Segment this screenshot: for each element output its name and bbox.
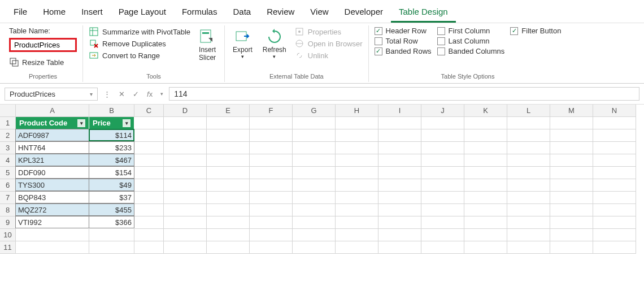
cell[interactable] — [293, 167, 336, 179]
cell[interactable] — [593, 117, 636, 129]
cell[interactable] — [336, 117, 378, 129]
enter-icon[interactable]: ✓ — [130, 90, 141, 98]
cell[interactable] — [134, 192, 164, 204]
cell[interactable] — [164, 117, 207, 129]
banded-columns-checkbox[interactable]: Banded Columns — [437, 47, 505, 55]
cell[interactable] — [507, 117, 550, 129]
cell[interactable] — [336, 129, 378, 142]
refresh-button[interactable]: Refresh ▾ — [260, 27, 289, 60]
cell[interactable] — [336, 142, 378, 154]
cell[interactable] — [164, 229, 207, 241]
table-cell[interactable]: $455 — [89, 203, 134, 216]
cell[interactable] — [134, 154, 164, 167]
cell[interactable] — [250, 216, 293, 229]
cell[interactable] — [207, 216, 250, 229]
row-header[interactable]: 1 — [0, 117, 16, 129]
tab-home[interactable]: Home — [35, 3, 73, 23]
cell[interactable] — [378, 216, 421, 229]
row-header[interactable]: 10 — [0, 229, 16, 241]
cell[interactable] — [421, 179, 464, 192]
cell[interactable] — [550, 192, 593, 204]
row-header[interactable]: 7 — [0, 192, 16, 204]
row-header[interactable]: 11 — [0, 241, 16, 254]
tab-insert[interactable]: Insert — [73, 3, 111, 23]
cell[interactable] — [464, 129, 507, 142]
column-header[interactable]: A — [16, 105, 89, 117]
table-cell[interactable]: $366 — [89, 216, 134, 228]
cell[interactable] — [16, 229, 89, 241]
cell[interactable] — [550, 229, 593, 241]
cell[interactable] — [550, 167, 593, 179]
cell[interactable] — [464, 241, 507, 254]
cell[interactable] — [378, 229, 421, 241]
table-cell[interactable]: BQP843 — [15, 191, 89, 203]
cell[interactable] — [464, 117, 507, 129]
cell[interactable] — [378, 192, 421, 204]
cancel-icon[interactable]: ✕ — [116, 90, 127, 98]
cell[interactable] — [134, 167, 164, 179]
cell[interactable] — [421, 167, 464, 179]
cell[interactable] — [89, 229, 134, 241]
table-properties-button[interactable]: Properties — [294, 27, 363, 37]
cell[interactable] — [250, 154, 293, 167]
cell[interactable] — [134, 117, 164, 129]
cell[interactable] — [250, 192, 293, 204]
cell[interactable] — [378, 179, 421, 192]
column-header[interactable]: N — [593, 105, 636, 117]
cell[interactable] — [464, 167, 507, 179]
cell[interactable] — [293, 192, 336, 204]
cell[interactable] — [134, 216, 164, 229]
column-header[interactable]: I — [378, 105, 421, 117]
tab-view[interactable]: View — [302, 3, 336, 23]
cell[interactable] — [134, 241, 164, 254]
cell[interactable] — [164, 241, 207, 254]
cell[interactable] — [207, 229, 250, 241]
cell[interactable] — [293, 216, 336, 229]
cell[interactable] — [293, 204, 336, 216]
tab-formulas[interactable]: Formulas — [174, 3, 225, 23]
cell[interactable] — [507, 216, 550, 229]
cell[interactable] — [550, 129, 593, 142]
column-header[interactable]: D — [164, 105, 207, 117]
convert-range-button[interactable]: Convert to Range — [89, 50, 190, 60]
name-box[interactable]: ProductPrices ▾ — [5, 88, 98, 101]
cell[interactable] — [293, 241, 336, 254]
cell[interactable] — [293, 142, 336, 154]
row-header[interactable]: 3 — [0, 142, 16, 154]
cell[interactable] — [421, 229, 464, 241]
cell[interactable] — [336, 216, 378, 229]
cell[interactable] — [593, 204, 636, 216]
cell[interactable] — [507, 167, 550, 179]
cell[interactable] — [336, 179, 378, 192]
cell[interactable] — [421, 129, 464, 142]
cell[interactable] — [293, 179, 336, 192]
row-header[interactable]: 2 — [0, 129, 16, 142]
table-cell[interactable]: $114 — [89, 129, 134, 141]
cell[interactable] — [464, 192, 507, 204]
open-browser-button[interactable]: Open in Browser — [294, 38, 363, 49]
table-cell[interactable]: $37 — [89, 191, 134, 203]
cell[interactable] — [550, 241, 593, 254]
filter-dropdown-icon[interactable]: ▾ — [77, 119, 85, 127]
cell[interactable] — [293, 154, 336, 167]
cell[interactable] — [134, 142, 164, 154]
resize-table-button[interactable]: Resize Table — [9, 57, 77, 67]
row-header[interactable]: 8 — [0, 204, 16, 216]
select-all-corner[interactable] — [0, 105, 16, 117]
table-cell[interactable]: DDF090 — [15, 166, 89, 179]
header-row-checkbox[interactable]: Header Row — [375, 27, 432, 35]
banded-rows-checkbox[interactable]: Banded Rows — [375, 47, 432, 55]
cell[interactable] — [134, 204, 164, 216]
tab-data[interactable]: Data — [225, 3, 259, 23]
cell[interactable] — [336, 192, 378, 204]
cell[interactable] — [421, 216, 464, 229]
cell[interactable] — [207, 179, 250, 192]
cell[interactable] — [550, 179, 593, 192]
cell[interactable] — [336, 204, 378, 216]
column-header[interactable]: J — [421, 105, 464, 117]
cell[interactable] — [207, 154, 250, 167]
first-column-checkbox[interactable]: First Column — [437, 27, 505, 35]
cell[interactable] — [464, 179, 507, 192]
cell[interactable] — [464, 154, 507, 167]
cell[interactable] — [164, 142, 207, 154]
